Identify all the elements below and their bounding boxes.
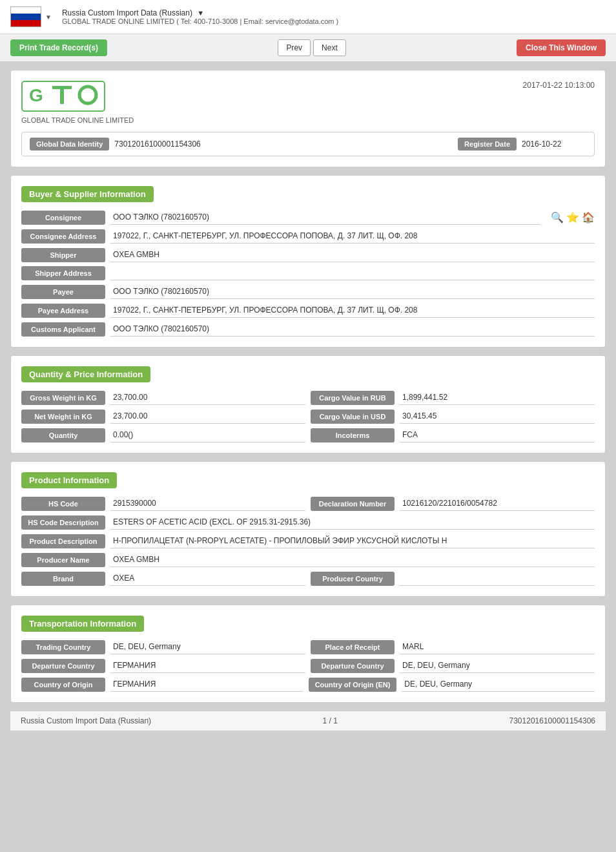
hs-code-desc-label: HS Code Description [21, 515, 105, 530]
page-title-text: Russia Custom Import Data (Russian) [62, 8, 192, 17]
svg-text:→: → [84, 91, 91, 99]
product-desc-value: Н-ПРОПИЛАЦЕТАТ (N-PROPYL ACETATE) - ПРОП… [110, 534, 595, 548]
nav-group: Prev Next [278, 39, 345, 56]
producer-name-value: OXEA GMBH [110, 552, 595, 567]
producer-country-value [400, 572, 595, 586]
quantity-row: Quantity 0.00() Incoterms FCA [21, 428, 595, 442]
search-icon[interactable]: 🔍 [551, 211, 564, 223]
cargo-usd-label: Cargo Value in USD [311, 410, 395, 424]
svg-text:G: G [29, 85, 43, 105]
shipper-label: Shipper [21, 248, 105, 262]
quantity-label: Quantity [21, 428, 105, 442]
cargo-rub-value: 1,899,441.52 [400, 390, 595, 405]
title-area: Russia Custom Import Data (Russian) ▼ GL… [62, 8, 338, 25]
transportation-card: Transportation Information Trading Count… [10, 605, 606, 703]
quantity-value: 0.00() [110, 428, 305, 442]
home-icon[interactable]: 🏠 [582, 211, 595, 223]
incoterms-label: Incoterms [311, 428, 395, 442]
record-timestamp: 2017-01-22 10:13:00 [523, 81, 595, 90]
toolbar: Print Trade Record(s) Prev Next Close Th… [0, 34, 616, 62]
page-title-arrow[interactable]: ▼ [197, 9, 204, 17]
departure-country-value: ГЕРМАНИЯ [110, 658, 305, 673]
quantity-price-card: Quantity & Price Information Gross Weigh… [10, 355, 606, 453]
prev-button[interactable]: Prev [278, 39, 311, 56]
global-data-identity-value: 73012016100001154306 [114, 140, 453, 149]
brand-label: Brand [21, 572, 105, 586]
product-desc-label: Product Description [21, 534, 105, 548]
payee-address-row: Payee Address 197022, Г., САНКТ-ПЕТЕРБУР… [21, 303, 595, 318]
quantity-price-fields: Gross Weight in KG 23,700.00 Cargo Value… [21, 390, 595, 442]
product-info-card: Product Information HS Code 2915390000 D… [10, 461, 606, 597]
place-of-receipt-value: MARL [400, 639, 595, 654]
incoterms-value: FCA [400, 428, 595, 442]
payee-label: Payee [21, 285, 105, 299]
consignee-value: ООО ТЭЛКО (7802160570) [110, 210, 540, 225]
shipper-address-row: Shipper Address [21, 266, 595, 280]
logo-subtitle: GLOBAL TRADE ONLINE LIMITED [21, 116, 134, 124]
departure-country2-label: Departure Country [311, 659, 395, 673]
page-title: Russia Custom Import Data (Russian) ▼ [62, 8, 338, 17]
consignee-row: Consignee ООО ТЭЛКО (7802160570) 🔍 ⭐ 🏠 [21, 210, 595, 225]
buyer-supplier-header: Buyer & Supplier Information [21, 186, 154, 202]
customs-applicant-label: Customs Applicant [21, 322, 105, 337]
brand-value: OXEA [110, 571, 305, 586]
hs-code-desc-row: HS Code Description ESTERS OF ACETIC ACI… [21, 515, 595, 530]
print-button[interactable]: Print Trade Record(s) [10, 39, 107, 56]
country-of-origin-label: Country of Origin [21, 678, 105, 692]
footer-left: Russia Custom Import Data (Russian) [21, 716, 151, 725]
country-of-origin-row: Country of Origin ГЕРМАНИЯ Country of Or… [21, 677, 595, 692]
gross-weight-label: Gross Weight in KG [21, 391, 105, 405]
departure-country-label: Departure Country [21, 659, 105, 673]
net-weight-label: Net Weight in KG [21, 410, 105, 424]
shipper-row: Shipper OXEA GMBH [21, 247, 595, 262]
header-bar: ▼ Russia Custom Import Data (Russian) ▼ … [0, 0, 616, 34]
hs-code-row: HS Code 2915390000 Declaration Number 10… [21, 496, 595, 511]
close-window-button[interactable]: Close This Window [517, 39, 606, 56]
gross-weight-value: 23,700.00 [110, 390, 305, 405]
consignee-label: Consignee [21, 211, 105, 225]
trading-country-row: Trading Country DE, DEU, Germany Place o… [21, 639, 595, 654]
payee-address-label: Payee Address [21, 304, 105, 318]
payee-address-value: 197022, Г., САНКТ-ПЕТЕРБУРГ, УЛ. ПРОФЕСС… [110, 303, 595, 318]
country-of-origin-en-label: Country of Origin (EN) [309, 678, 397, 692]
country-of-origin-value: ГЕРМАНИЯ [110, 677, 303, 692]
footer-right: 73012016100001154306 [509, 716, 595, 725]
payee-value: ООО ТЭЛКО (7802160570) [110, 284, 595, 299]
trading-country-value: DE, DEU, Germany [110, 639, 305, 654]
country-of-origin-en-value: DE, DEU, Germany [402, 677, 595, 692]
customs-applicant-row: Customs Applicant ООО ТЭЛКО (7802160570) [21, 322, 595, 337]
register-date-label: Register Date [458, 138, 517, 151]
main-content: G → GLOBAL TRADE ONLINE LIMITED 2017-01-… [0, 62, 616, 738]
consignee-address-value: 197022, Г., САНКТ-ПЕТЕРБУРГ, УЛ. ПРОФЕСС… [110, 229, 595, 244]
main-card: G → GLOBAL TRADE ONLINE LIMITED 2017-01-… [10, 70, 606, 167]
page-subtitle: GLOBAL TRADE ONLINE LIMITED ( Tel: 400-7… [62, 17, 338, 25]
next-button[interactable]: Next [313, 39, 346, 56]
shipper-address-value [110, 266, 595, 280]
footer-bar: Russia Custom Import Data (Russian) 1 / … [10, 711, 606, 731]
star-icon[interactable]: ⭐ [566, 211, 579, 223]
gto-logo: G → [21, 81, 105, 112]
payee-row: Payee ООО ТЭЛКО (7802160570) [21, 284, 595, 299]
buyer-supplier-card: Buyer & Supplier Information Consignee О… [10, 175, 606, 348]
customs-applicant-value: ООО ТЭЛКО (7802160570) [110, 322, 595, 337]
buyer-supplier-fields: Consignee ООО ТЭЛКО (7802160570) 🔍 ⭐ 🏠 C… [21, 210, 595, 337]
global-data-identity-label: Global Data Identity [30, 138, 109, 151]
departure-country2-value: DE, DEU, Germany [400, 658, 595, 673]
russia-flag-icon [10, 6, 41, 27]
producer-country-label: Producer Country [311, 572, 395, 586]
gross-weight-row: Gross Weight in KG 23,700.00 Cargo Value… [21, 390, 595, 405]
consignee-address-row: Consignee Address 197022, Г., САНКТ-ПЕТЕ… [21, 229, 595, 244]
register-date-value: 2016-10-22 [522, 140, 586, 149]
departure-country-row: Departure Country ГЕРМАНИЯ Departure Cou… [21, 658, 595, 673]
hs-code-label: HS Code [21, 497, 105, 511]
svg-rect-3 [60, 86, 64, 104]
product-info-header: Product Information [21, 472, 117, 488]
flag-dropdown-arrow[interactable]: ▼ [45, 14, 52, 21]
hs-code-value: 2915390000 [110, 496, 305, 511]
net-weight-value: 23,700.00 [110, 409, 305, 424]
consignee-icons: 🔍 ⭐ 🏠 [551, 211, 595, 223]
producer-name-label: Producer Name [21, 553, 105, 567]
brand-row: Brand OXEA Producer Country [21, 571, 595, 586]
transportation-header: Transportation Information [21, 616, 144, 632]
product-desc-row: Product Description Н-ПРОПИЛАЦЕТАТ (N-PR… [21, 534, 595, 548]
